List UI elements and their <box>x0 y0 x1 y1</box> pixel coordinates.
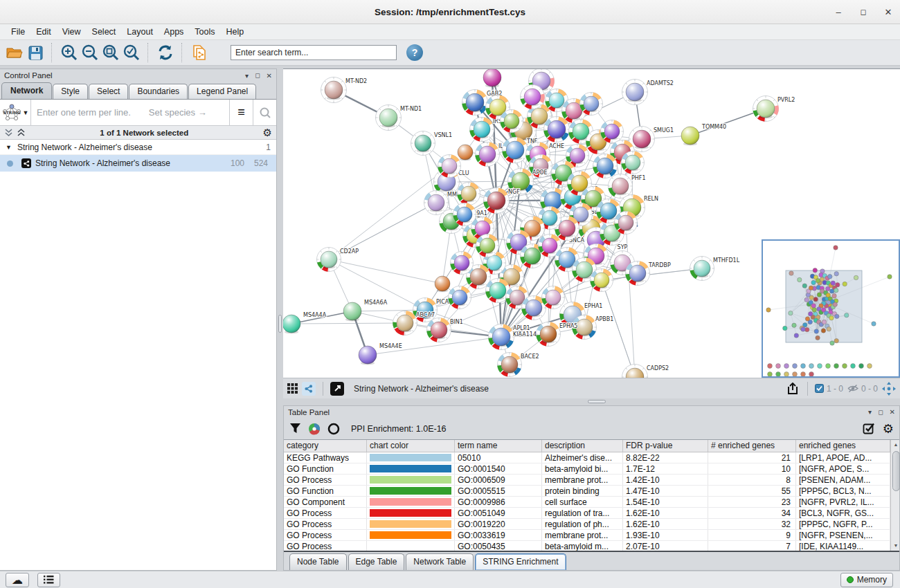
select-columns-icon[interactable] <box>863 422 876 435</box>
network-node-bin1[interactable]: BIN1 <box>427 318 463 342</box>
network-edge[interactable] <box>329 259 442 284</box>
tab-legend-panel[interactable]: Legend Panel <box>188 84 256 99</box>
gear-icon[interactable]: ⚙ <box>883 421 894 437</box>
share-view-icon[interactable] <box>302 382 316 396</box>
table-row[interactable]: GO ProcessGO:0050435beta-amyloid m...2.0… <box>284 541 890 551</box>
tree-expand-arrow-icon[interactable]: ▼ <box>6 144 12 151</box>
string-search-button[interactable] <box>253 100 276 125</box>
network-edge[interactable] <box>291 323 405 324</box>
network-node[interactable] <box>622 151 645 174</box>
network-node[interactable] <box>449 286 471 309</box>
network-node-tardbp[interactable]: TARDBP <box>626 261 671 286</box>
filter-icon[interactable] <box>289 423 301 434</box>
network-collection-row[interactable]: ▼ String Network - Alzheimer's disease 1 <box>0 140 276 155</box>
copy-network-button[interactable] <box>189 42 210 63</box>
tab-select[interactable]: Select <box>89 84 128 99</box>
panel-menu-icon[interactable]: ▾ <box>868 408 872 416</box>
network-node-vsnl1[interactable]: VSNL1 <box>411 131 453 156</box>
panel-float-icon[interactable]: ◻ <box>878 409 883 416</box>
network-node[interactable] <box>483 69 501 88</box>
scroll-up-icon[interactable]: ▲ <box>892 441 900 449</box>
horizontal-splitter[interactable] <box>283 398 900 405</box>
network-node-cd2ap[interactable]: CD2AP <box>317 248 359 272</box>
table-row[interactable]: GO ProcessGO:0051049regulation of tra...… <box>284 508 890 519</box>
menu-select[interactable]: Select <box>87 26 122 38</box>
tab-string-enrichment[interactable]: STRING Enrichment <box>475 553 566 570</box>
zoom-selected-button[interactable] <box>121 42 142 63</box>
set-species-hint[interactable]: Set species → <box>149 107 207 118</box>
string-options-button[interactable]: ≡ <box>229 100 253 125</box>
table-row[interactable]: KEGG Pathways05010Alzheimer's dise...8.8… <box>284 452 890 463</box>
collapse-all-icon[interactable] <box>4 128 13 137</box>
string-logo-button[interactable]: STRING ▼ <box>0 104 30 122</box>
table-row[interactable]: GO FunctionGO:0005515protein binding1.47… <box>284 486 890 497</box>
expand-all-icon[interactable] <box>17 128 26 137</box>
eye-off-icon[interactable] <box>847 384 858 393</box>
open-session-button[interactable] <box>4 42 25 63</box>
zoom-out-button[interactable] <box>80 42 100 63</box>
column-header-FDR-p-value[interactable]: FDR p-value <box>623 440 708 452</box>
maximize-button[interactable]: ◻ <box>858 8 868 17</box>
menu-view[interactable]: View <box>57 26 87 38</box>
network-node-cadps2[interactable]: CADPS2 <box>622 365 669 378</box>
export-network-icon[interactable] <box>786 383 800 395</box>
string-query-input[interactable]: Enter one term per line. Set species → <box>30 100 229 125</box>
network-node[interactable] <box>476 235 499 257</box>
splitter-handle[interactable] <box>278 315 282 333</box>
table-scrollbar[interactable]: ▲ ▼ <box>890 440 899 551</box>
menu-help[interactable]: Help <box>221 26 250 38</box>
menu-file[interactable]: File <box>6 26 30 38</box>
tab-network-table[interactable]: Network Table <box>406 553 474 570</box>
network-node[interactable] <box>458 183 480 205</box>
network-node[interactable] <box>593 154 618 178</box>
column-header-chart-color[interactable]: chart color <box>367 440 455 452</box>
help-icon[interactable]: ? <box>406 44 423 61</box>
zoom-in-button[interactable] <box>59 42 80 63</box>
close-button[interactable]: ✕ <box>883 7 893 17</box>
table-row[interactable]: GO ProcessGO:0019220regulation of ph...1… <box>284 519 890 530</box>
ring-chart-icon[interactable] <box>327 423 340 435</box>
tab-network[interactable]: Network <box>1 82 52 99</box>
network-node[interactable] <box>521 85 545 109</box>
cloud-tasks-button[interactable]: ☁ <box>6 573 29 587</box>
network-node-pvrl2[interactable]: PVRL2 <box>753 96 795 122</box>
network-node-mt-nd1[interactable]: MT-ND1 <box>376 105 422 131</box>
column-header-category[interactable]: category <box>284 440 367 452</box>
search-input[interactable] <box>231 45 397 60</box>
menu-apps[interactable]: Apps <box>159 26 190 38</box>
selected-checkbox-icon[interactable] <box>815 384 824 393</box>
navigator-toggle-icon[interactable] <box>882 382 896 396</box>
column-header-description[interactable]: description <box>542 440 623 452</box>
menu-layout[interactable]: Layout <box>121 26 159 38</box>
network-node[interactable] <box>542 286 565 309</box>
zoom-fit-button[interactable] <box>100 42 121 63</box>
network-node-ms4a4e[interactable]: MS4A4E <box>359 343 402 365</box>
network-node-mthfd1l[interactable]: MTHFD1L <box>690 257 740 281</box>
menu-edit[interactable]: Edit <box>30 26 57 38</box>
grid-view-icon[interactable] <box>287 383 298 394</box>
save-session-button[interactable] <box>25 42 46 63</box>
table-row[interactable]: GO ComponentGO:0009986cell surface1.54E-… <box>284 497 890 508</box>
network-node-smug1[interactable]: SMUG1 <box>629 127 674 152</box>
gear-icon[interactable]: ⚙ <box>263 127 272 139</box>
network-node[interactable] <box>458 145 473 160</box>
network-node-phf1[interactable]: PHF1 <box>609 174 646 199</box>
network-canvas[interactable]: MT-ND2MT-ND1VSNL1GAB2ADAMTS2PVRL2SMUG1TO… <box>283 68 900 378</box>
network-node[interactable] <box>501 110 523 133</box>
network-node[interactable] <box>438 155 461 178</box>
panel-close-icon[interactable]: ✕ <box>890 408 895 416</box>
column-header-enriched-genes[interactable]: enriched genes <box>796 440 890 452</box>
network-node[interactable] <box>601 120 624 143</box>
network-node-bace2[interactable]: BACE2 <box>498 353 539 377</box>
splitter-handle[interactable] <box>588 400 606 403</box>
column-header-term-name[interactable]: term name <box>455 440 542 452</box>
refresh-button[interactable] <box>155 42 176 63</box>
network-node-apbb1[interactable]: APBB1 <box>573 315 614 340</box>
network-node[interactable] <box>435 276 450 292</box>
panel-close-icon[interactable]: ✕ <box>267 72 272 80</box>
network-node[interactable] <box>591 269 613 292</box>
tab-boundaries[interactable]: Boundaries <box>129 84 188 99</box>
chart-color-icon[interactable] <box>308 423 321 435</box>
tab-node-table[interactable]: Node Table <box>289 553 347 570</box>
tab-style[interactable]: Style <box>53 84 88 99</box>
